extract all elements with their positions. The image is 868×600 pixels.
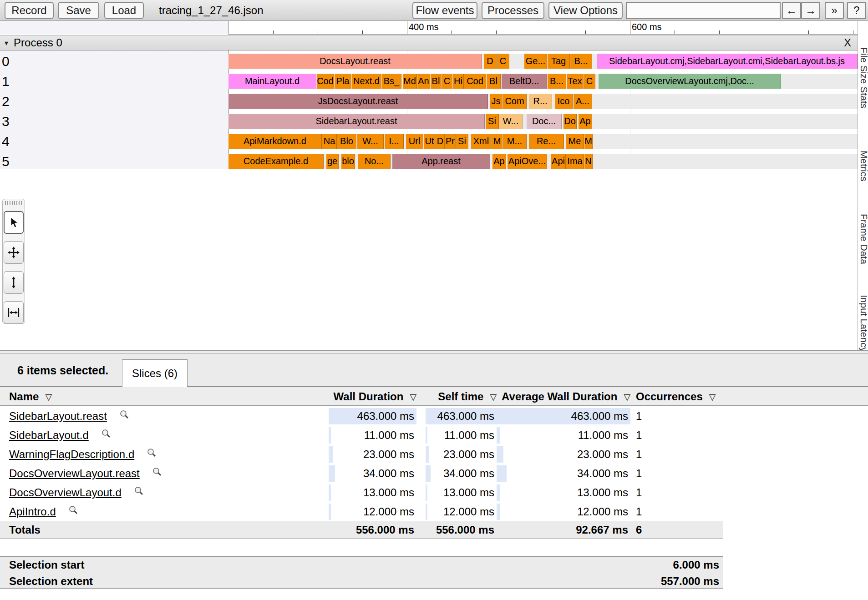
tab-slices[interactable]: Slices (6) bbox=[122, 359, 188, 387]
trace-slice[interactable]: Doc... bbox=[527, 114, 562, 129]
trace-slice[interactable]: MainLayout.d bbox=[228, 74, 316, 89]
trace-slice[interactable]: Tag bbox=[548, 54, 570, 69]
pan-tool-button[interactable] bbox=[4, 241, 24, 264]
more-options-button[interactable]: » bbox=[825, 2, 844, 19]
panel-splitter[interactable] bbox=[0, 350, 868, 354]
flow-events-button[interactable]: Flow events bbox=[412, 2, 477, 19]
trace-slice[interactable]: Ap bbox=[492, 154, 506, 169]
trace-slice[interactable]: Ge... bbox=[524, 54, 547, 69]
timing-tool-button[interactable] bbox=[4, 301, 24, 324]
trace-slice[interactable]: Cod bbox=[464, 74, 486, 89]
timeline-ruler[interactable]: 400 ms600 ms bbox=[228, 21, 858, 35]
trace-slice[interactable]: SidebarLayout.reast bbox=[228, 114, 485, 129]
slice-name-link[interactable]: DocsOverviewLayout.reast bbox=[9, 467, 140, 480]
trace-slice[interactable]: I... bbox=[385, 134, 404, 149]
trace-slice[interactable]: DocsOverviewLayout.cmj,Doc... bbox=[599, 74, 781, 89]
magnifier-icon[interactable] bbox=[146, 448, 157, 461]
trace-slice[interactable]: M bbox=[492, 134, 503, 149]
column-header-occurrences[interactable]: Occurrences ▽ bbox=[636, 387, 720, 406]
trace-slice[interactable]: Ima bbox=[566, 154, 584, 169]
trace-slice[interactable]: B... bbox=[548, 74, 566, 89]
trace-slice[interactable]: DocsLayout.reast bbox=[228, 54, 482, 69]
trace-slice[interactable]: C bbox=[584, 74, 595, 89]
trace-slice[interactable]: D bbox=[436, 134, 445, 149]
load-button[interactable]: Load bbox=[104, 2, 144, 19]
zoom-tool-button[interactable] bbox=[4, 271, 24, 294]
side-tab-frame-data[interactable]: Frame Data bbox=[858, 214, 868, 264]
trace-slice[interactable]: B... bbox=[570, 54, 592, 69]
trace-slice[interactable]: Hi bbox=[453, 74, 464, 89]
trace-slice[interactable]: Xml bbox=[471, 134, 492, 149]
trace-slice[interactable]: No... bbox=[358, 154, 391, 169]
slice-name-link[interactable]: SidebarLayout.reast bbox=[9, 410, 107, 423]
column-header-wall-duration[interactable]: Wall Duration ▽ bbox=[329, 387, 416, 406]
collapse-arrow-icon[interactable]: ▾ bbox=[5, 39, 8, 47]
trace-slice[interactable]: Bl bbox=[431, 74, 442, 89]
trace-slice[interactable]: Api bbox=[551, 154, 566, 169]
trace-slice[interactable]: Pla bbox=[335, 74, 351, 89]
trace-slice[interactable]: C bbox=[442, 74, 452, 89]
save-button[interactable]: Save bbox=[58, 2, 99, 19]
magnifier-icon[interactable] bbox=[133, 486, 144, 499]
trace-slice[interactable]: JsDocsLayout.reast bbox=[228, 94, 488, 109]
trace-slice[interactable]: ge bbox=[326, 154, 339, 169]
trace-slice[interactable]: M bbox=[584, 134, 593, 149]
trace-slice[interactable]: Si bbox=[456, 134, 468, 149]
trace-slice[interactable]: App.reast bbox=[392, 154, 490, 169]
side-tab-file-size-stats[interactable]: File Size Stats bbox=[858, 47, 868, 108]
trace-slice[interactable]: M... bbox=[503, 134, 527, 149]
trace-slice[interactable]: Ap bbox=[579, 114, 592, 129]
close-icon[interactable]: X bbox=[844, 35, 851, 50]
trace-slice[interactable]: Next.d bbox=[352, 74, 381, 89]
slice-name-link[interactable]: WarningFlagDescription.d bbox=[9, 448, 134, 461]
trace-slice[interactable]: W... bbox=[357, 134, 384, 149]
help-button[interactable]: ? bbox=[847, 2, 866, 19]
trace-slice[interactable]: Js bbox=[490, 94, 503, 109]
trace-slice[interactable]: D bbox=[484, 54, 497, 69]
trace-slice[interactable]: An bbox=[417, 74, 430, 89]
find-input[interactable] bbox=[626, 2, 781, 19]
trace-slice[interactable]: R... bbox=[529, 94, 552, 109]
slice-name-link[interactable]: SidebarLayout.d bbox=[9, 429, 89, 442]
trace-slice[interactable]: Cod bbox=[317, 74, 334, 89]
side-tab-metrics[interactable]: Metrics bbox=[858, 151, 868, 182]
trace-slice[interactable]: Re... bbox=[529, 134, 564, 149]
trace-slice[interactable]: Si bbox=[486, 114, 499, 129]
slice-name-link[interactable]: DocsOverviewLayout.d bbox=[9, 486, 122, 499]
trace-slice[interactable]: C bbox=[497, 54, 509, 69]
trace-slice[interactable]: CodeExample.d bbox=[228, 154, 324, 169]
trace-slice[interactable]: Bl bbox=[487, 74, 501, 89]
processes-button[interactable]: Processes bbox=[482, 2, 544, 19]
trace-slice[interactable]: Md bbox=[403, 74, 417, 89]
trace-slice[interactable]: SidebarLayout.cmj,SidebarLayout.cmi,Side… bbox=[597, 54, 858, 69]
trace-slice[interactable]: Do bbox=[563, 114, 577, 129]
trace-slice[interactable]: Ico bbox=[555, 94, 573, 109]
view-options-button[interactable]: View Options bbox=[548, 2, 623, 19]
drag-grip-icon[interactable] bbox=[5, 201, 22, 205]
trace-slice[interactable]: ApiOve... bbox=[508, 154, 547, 169]
column-header-average-wall-duration[interactable]: Average Wall Duration ▽ bbox=[497, 387, 630, 406]
trace-slice[interactable]: Pr bbox=[445, 134, 456, 149]
trace-slice[interactable]: N bbox=[584, 154, 593, 169]
trace-slice[interactable]: W... bbox=[499, 114, 523, 129]
trace-slice[interactable]: ApiMarkdown.d bbox=[228, 134, 322, 149]
trace-slice[interactable]: Com bbox=[503, 94, 527, 109]
trace-slice[interactable]: Tex bbox=[567, 74, 584, 89]
find-next-button[interactable]: → bbox=[801, 2, 820, 19]
trace-slice[interactable]: Na bbox=[322, 134, 337, 149]
process-header[interactable]: ▾ Process 0 X bbox=[0, 35, 858, 50]
magnifier-icon[interactable] bbox=[101, 429, 112, 442]
trace-slice[interactable]: A... bbox=[574, 94, 592, 109]
trace-slice[interactable]: Ut bbox=[424, 134, 436, 149]
magnifier-icon[interactable] bbox=[119, 409, 130, 423]
trace-slice[interactable]: Bs_ bbox=[382, 74, 401, 89]
column-header-self-time[interactable]: Self time ▽ bbox=[426, 387, 497, 406]
trace-slice[interactable]: Me bbox=[566, 134, 584, 149]
magnifier-icon[interactable] bbox=[68, 505, 79, 519]
magnifier-icon[interactable] bbox=[152, 467, 162, 480]
column-header-name[interactable]: Name ▽ bbox=[9, 387, 52, 406]
side-tab-input-latency[interactable]: Input Latency bbox=[858, 295, 868, 350]
trace-slice[interactable]: Url bbox=[406, 134, 423, 149]
trace-slice[interactable]: blo bbox=[341, 154, 355, 169]
trace-slice[interactable]: BeltD... bbox=[502, 74, 547, 89]
